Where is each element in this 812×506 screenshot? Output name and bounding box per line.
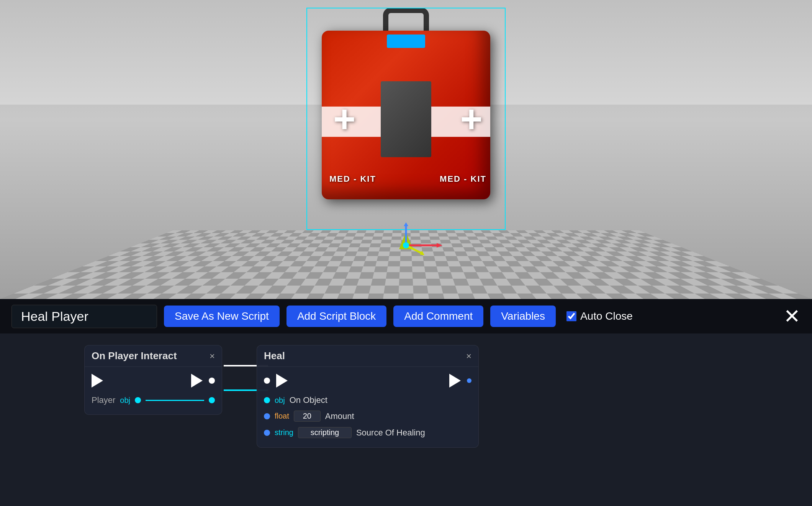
source-value-input[interactable] (298, 427, 352, 438)
play-row-heal (264, 374, 471, 388)
medkit-text-right: MED - KIT (440, 174, 486, 184)
medkit-text-left: MED - KIT (329, 174, 376, 184)
play-exit-heal[interactable] (449, 374, 461, 388)
block-on-player-body: Player obj (85, 367, 222, 414)
player-obj-node-out[interactable] (135, 397, 141, 403)
player-param-row: Player obj (92, 395, 215, 405)
close-button[interactable]: ✕ (784, 306, 801, 326)
source-node[interactable] (264, 430, 270, 436)
auto-close-container: Auto Close (566, 310, 633, 322)
on-object-node-in[interactable] (264, 397, 270, 403)
amount-param-row: float Amount (264, 411, 471, 422)
block-heal-body: obj On Object float Amount string Source… (257, 367, 478, 447)
auto-close-checkbox[interactable] (566, 311, 576, 321)
block-on-player-header: On Player Interact × (85, 345, 222, 367)
on-player-interact-block: On Player Interact × Player obj (84, 345, 222, 415)
script-area: On Player Interact × Player obj (0, 334, 812, 506)
amount-value-input[interactable] (294, 411, 321, 422)
amount-type: float (275, 412, 289, 421)
heal-block: Heal × obj On Object (257, 345, 479, 448)
block-on-player-close-button[interactable]: × (210, 351, 215, 361)
variables-button[interactable]: Variables (490, 306, 556, 327)
script-name-input[interactable] (11, 305, 157, 328)
player-obj-node-in[interactable] (209, 397, 215, 403)
entry-node-heal[interactable] (264, 378, 270, 384)
source-type: string (275, 428, 293, 437)
amount-name: Amount (325, 411, 354, 421)
block-heal-header: Heal × (257, 345, 478, 367)
medkit-door (381, 81, 431, 157)
viewport: + + MED - KIT MED - KIT (0, 0, 812, 299)
svg-marker-1 (437, 243, 442, 248)
on-object-param-row: obj On Object (264, 395, 471, 405)
player-param-type: obj (120, 396, 130, 405)
player-wire (146, 400, 204, 401)
plus-sign-left: + (333, 100, 355, 138)
source-param-row: string Source Of Healing (264, 427, 471, 438)
block-heal-title: Heal (264, 350, 285, 362)
on-object-name: On Object (290, 395, 327, 405)
medkit-body: + + MED - KIT MED - KIT (322, 31, 490, 199)
play-row-on-player (92, 374, 215, 388)
svg-marker-3 (404, 222, 408, 226)
auto-close-label: Auto Close (580, 310, 633, 322)
save-as-new-script-button[interactable]: Save As New Script (164, 306, 280, 327)
medkit-object[interactable]: + + MED - KIT MED - KIT (306, 8, 506, 230)
exit-node-on-player[interactable] (209, 378, 215, 384)
play-entry-heal[interactable] (276, 374, 288, 388)
play-entry-on-player[interactable] (92, 374, 103, 388)
medkit-screen (387, 34, 425, 48)
amount-node[interactable] (264, 413, 270, 419)
play-exit-on-player[interactable] (191, 374, 203, 388)
on-object-type: obj (275, 396, 285, 405)
block-heal-close-button[interactable]: × (466, 351, 471, 361)
block-on-player-title: On Player Interact (92, 350, 177, 362)
source-name: Source Of Healing (356, 428, 425, 438)
exit-dot-heal[interactable] (467, 378, 471, 383)
svg-point-6 (403, 242, 409, 248)
add-comment-button[interactable]: Add Comment (393, 306, 483, 327)
add-script-block-button[interactable]: Add Script Block (286, 306, 386, 327)
plus-sign-right: + (460, 100, 483, 138)
toolbar: Save As New Script Add Script Block Add … (0, 299, 812, 334)
player-param-label: Player (92, 395, 115, 405)
transform-gizmo (368, 222, 444, 268)
